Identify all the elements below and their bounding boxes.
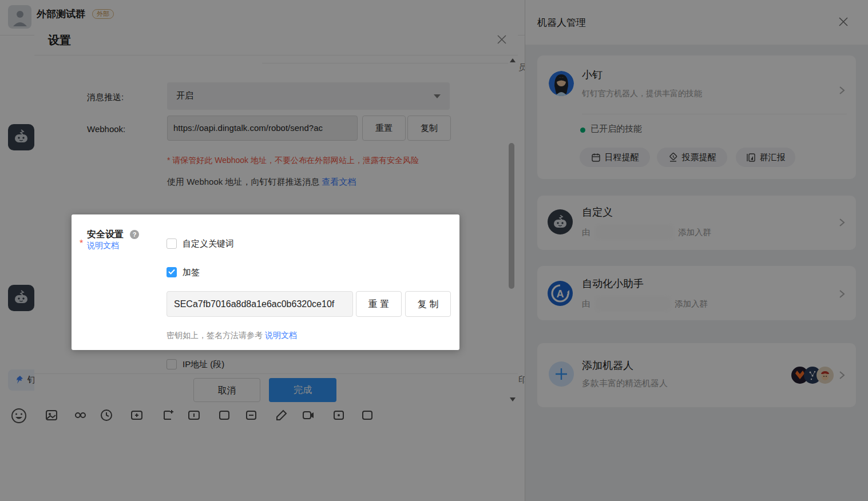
sign-checkbox-checked[interactable] [167,267,177,277]
help-icon[interactable] [130,230,139,239]
check-icon [168,269,175,275]
sign-checkbox-label: 加签 [183,267,200,278]
secret-note: 密钥如上，签名方法请参考 说明文档 [167,331,297,341]
required-mark: * [80,238,83,249]
keyword-checkbox[interactable] [167,238,177,249]
secret-reset-button[interactable]: 重 置 [356,291,402,317]
secret-key-input[interactable]: SECa7fb7016a8d8a1e6ac0b6320ce10f [167,291,353,317]
security-label: 安全设置 [87,229,124,241]
secret-note-doc-link[interactable]: 说明文档 [265,331,297,340]
security-settings-spotlight: 安全设置 * 说明文档 自定义关键词 加签 SECa7fb7016a8d8a1e… [72,214,459,350]
keyword-checkbox-label: 自定义关键词 [183,238,234,249]
security-doc-link[interactable]: 说明文档 [87,241,119,251]
secret-copy-button[interactable]: 复 制 [405,291,451,317]
secret-note-text: 密钥如上，签名方法请参考 [167,331,265,340]
